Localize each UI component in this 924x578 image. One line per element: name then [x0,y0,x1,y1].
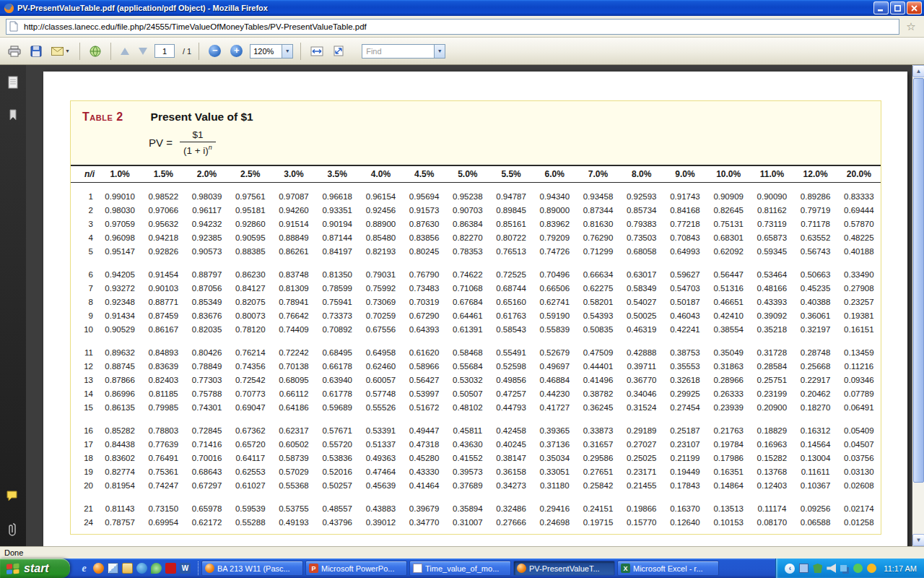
firefox-icon[interactable] [93,563,104,574]
pv-factor-cell: 0.75131 [707,217,750,231]
attachments-panel-icon[interactable] [8,522,18,539]
taskbar-button[interactable]: Time_value_of_mo... [409,561,511,576]
column-header: 4.0% [359,165,402,183]
minus-icon: − [209,45,221,57]
pv-factor-cell: 0.82075 [229,296,272,309]
display-settings-icon[interactable] [799,564,808,573]
pv-factor-cell: 0.58349 [620,282,663,296]
volume-icon[interactable] [827,564,836,573]
pv-factor-cell: 0.54703 [663,282,707,296]
save-button[interactable] [28,43,44,59]
pv-factor-cell: 0.87866 [98,374,141,387]
scroll-up-button[interactable]: ▲ [912,65,924,77]
bookmarks-panel-icon[interactable] [6,108,19,124]
find-dropdown-arrow[interactable]: ▼ [434,44,445,59]
bookmark-star-icon[interactable]: ☆ [904,20,918,33]
pv-factor-cell: 0.82774 [98,465,141,479]
taskbar-button[interactable]: PMicrosoft PowerPo... [305,561,407,576]
zoom-level-input[interactable] [250,44,282,59]
windows-messenger-icon[interactable] [853,564,863,573]
pv-factor-cell: 0.52016 [315,465,359,479]
pv-factor-cell: 0.80426 [185,346,228,360]
scroll-down-button[interactable]: ▼ [912,534,924,546]
status-text: Done [4,548,23,557]
messenger-icon[interactable] [151,563,162,574]
zoom-out-button[interactable]: − [206,43,223,59]
pv-factor-cell: 0.76513 [489,245,533,268]
pv-factor-cell: 0.86996 [98,387,141,401]
show-desktop-icon[interactable] [108,563,118,574]
table-row: 110.896320.848930.804260.762140.722420.6… [71,346,881,360]
toolbar-separator [300,43,301,60]
find-input[interactable] [362,44,434,59]
taskbar-button[interactable]: XMicrosoft Excel - r... [617,561,719,576]
outlook-icon[interactable] [122,563,133,574]
start-button[interactable]: start [0,558,70,578]
maximize-button[interactable] [890,1,905,14]
pv-factor-cell: 0.20462 [794,387,837,401]
antivirus-shield-icon[interactable] [813,564,822,573]
pv-factor-cell: 0.23257 [837,296,881,309]
pv-factor-cell: 0.61763 [489,309,533,323]
zoom-dropdown-arrow[interactable]: ▼ [282,44,293,59]
fit-page-button[interactable] [331,43,346,59]
period-cell: 20 [71,479,98,502]
pv-factor-cell: 0.94232 [185,217,228,231]
previous-page-button[interactable] [118,46,131,57]
email-dropdown-icon: ▼ [65,48,70,53]
pdf-viewport: Table 2 Present Value of $1 PV = $1 (1 +… [26,65,912,546]
excel-icon: X [621,564,630,573]
fit-width-button[interactable] [308,44,326,59]
column-header: 1.0% [98,165,141,183]
pv-factor-cell: 0.46651 [707,296,750,309]
taskbar: start eW BA 213 W11 (Pasc...PMicrosoft P… [0,558,924,578]
pv-factor-cell: 0.73483 [403,282,446,296]
pv-factor-cell: 0.32486 [489,502,533,516]
windows-flag-icon [6,562,20,575]
pv-factor-cell: 0.93458 [576,183,619,204]
vertical-scrollbar[interactable]: ▲ ▼ [912,65,924,546]
period-cell: 6 [71,268,98,282]
table-row: 70.932720.901030.870560.841270.813090.78… [71,282,881,296]
pv-factor-cell: 0.51316 [707,282,750,296]
network-status-icon[interactable] [840,565,847,571]
next-page-button[interactable] [136,46,149,57]
pv-factor-cell: 0.46319 [620,323,663,346]
pv-factor-cell: 0.70773 [229,387,272,401]
search-web-button[interactable] [87,43,103,59]
pv-factor-cell: 0.31180 [533,479,576,502]
pages-panel-icon[interactable] [6,75,19,92]
pv-factor-cell: 0.95238 [446,183,489,204]
pv-factor-cell: 0.88771 [141,296,185,309]
print-button[interactable] [6,43,23,59]
pv-factor-cell: 0.07789 [837,387,881,401]
pv-factor-cell: 0.82403 [141,374,185,387]
word-icon[interactable]: W [180,563,191,574]
table-title: Present Value of $1 [151,111,253,124]
acrobat-icon[interactable] [165,563,176,574]
internet-explorer-icon[interactable]: e [79,563,90,574]
scrollbar-thumb[interactable] [913,78,924,483]
url-input[interactable] [6,19,899,35]
pv-factor-cell: 0.74301 [185,401,228,424]
pv-factor-cell: 0.78941 [272,296,315,309]
pv-factor-cell: 0.35553 [663,360,707,374]
email-button[interactable]: ▼ [49,45,72,58]
period-cell: 15 [71,401,98,424]
start-button-label: start [24,562,49,575]
page-number-input[interactable] [154,44,175,58]
close-button[interactable] [907,1,922,14]
comments-panel-icon[interactable] [6,490,20,506]
plus-icon: + [230,45,243,57]
hide-inactive-icons-button[interactable]: ‹ [785,564,795,574]
pv-factor-cell: 0.55526 [359,401,402,424]
minimize-button[interactable] [873,1,889,14]
windows-update-icon[interactable] [867,564,876,573]
zoom-in-button[interactable]: + [228,43,245,59]
pv-factor-cell: 0.84438 [98,438,141,452]
pv-factor-cell: 0.60057 [359,374,402,387]
taskbar-button[interactable]: BA 213 W11 (Pasc... [201,561,303,576]
media-player-icon[interactable] [136,563,147,574]
pv-factor-cell: 0.85734 [620,204,663,217]
taskbar-button[interactable]: PV-PresentValueT... [513,561,615,576]
